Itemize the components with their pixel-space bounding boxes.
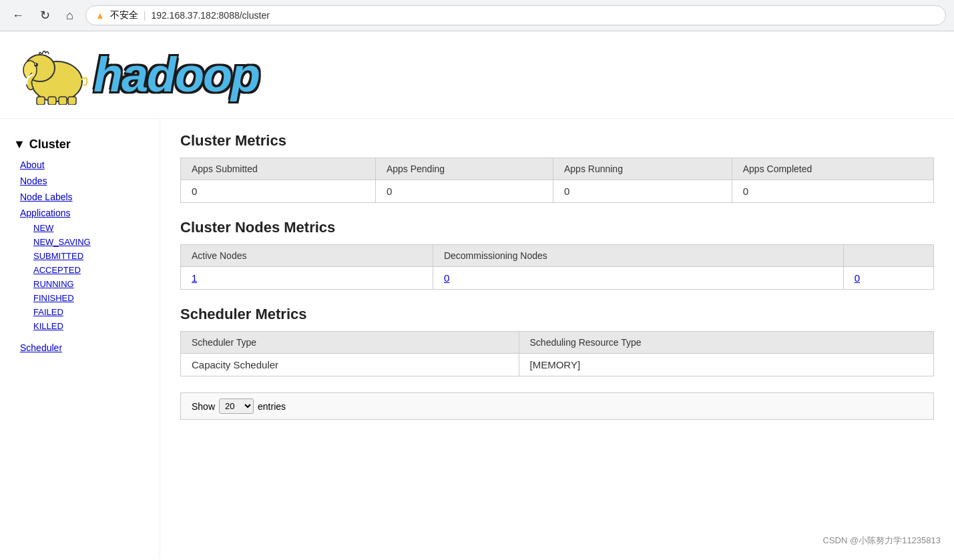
security-label: 不安全 xyxy=(110,9,138,21)
cluster-metrics-table: Apps Submitted Apps Pending Apps Running… xyxy=(180,158,934,203)
cluster-nodes-row: 1 0 0 xyxy=(181,267,934,290)
scheduler-section: Scheduler xyxy=(0,340,160,356)
col-apps-submitted: Apps Submitted xyxy=(181,158,376,180)
svg-point-3 xyxy=(34,63,38,67)
col-active-nodes: Active Nodes xyxy=(181,245,433,267)
show-entries-bar: Show 10 20 50 100 entries xyxy=(180,392,934,420)
svg-point-4 xyxy=(35,63,36,65)
cluster-label: Cluster xyxy=(29,137,71,152)
hadoop-logo-text: hadoop xyxy=(93,51,259,99)
scheduler-metrics-table: Scheduler Type Scheduling Resource Type … xyxy=(180,331,934,376)
scheduler-metrics-row: Capacity Scheduler [MEMORY] xyxy=(181,354,934,376)
elephant-image xyxy=(20,45,93,105)
entries-label: entries xyxy=(258,401,286,412)
sidebar: ▼ Cluster About Nodes Node Labels Applic… xyxy=(0,119,160,558)
address-bar[interactable]: ▲ 不安全 | 192.168.37.182:8088/cluster xyxy=(85,5,946,25)
val-extra-nodes: 0 xyxy=(843,267,933,290)
col-scheduling-resource-type: Scheduling Resource Type xyxy=(519,332,933,354)
svg-rect-6 xyxy=(48,97,56,105)
watermark: CSDN @小陈努力学11235813 xyxy=(823,535,941,547)
val-apps-submitted: 0 xyxy=(181,180,376,203)
sidebar-item-finished[interactable]: FINISHED xyxy=(0,291,160,305)
val-active-nodes: 1 xyxy=(181,267,433,290)
col-scheduler-type: Scheduler Type xyxy=(181,332,519,354)
security-warning-icon: ▲ xyxy=(95,10,105,21)
main-content: ▼ Cluster About Nodes Node Labels Applic… xyxy=(0,119,954,558)
svg-rect-8 xyxy=(68,97,76,105)
cluster-metrics-row: 0 0 0 0 xyxy=(181,180,934,203)
col-apps-running: Apps Running xyxy=(553,158,732,180)
scheduler-metrics-title: Scheduler Metrics xyxy=(180,306,934,323)
back-button[interactable]: ← xyxy=(8,6,28,25)
col-apps-pending: Apps Pending xyxy=(375,158,553,180)
url-text: 192.168.37.182:8088/cluster xyxy=(151,10,269,21)
browser-chrome: ← ↻ ⌂ ▲ 不安全 | 192.168.37.182:8088/cluste… xyxy=(0,0,954,31)
val-scheduler-type: Capacity Scheduler xyxy=(181,354,519,376)
sidebar-item-nodes[interactable]: Nodes xyxy=(0,173,160,189)
sidebar-item-new[interactable]: NEW xyxy=(0,221,160,235)
site-header: hadoop xyxy=(0,31,954,119)
decommissioning-nodes-link[interactable]: 0 xyxy=(444,272,449,284)
sidebar-item-running[interactable]: RUNNING xyxy=(0,277,160,291)
cluster-nodes-metrics-table: Active Nodes Decommissioning Nodes 1 0 0 xyxy=(180,244,934,290)
val-apps-running: 0 xyxy=(553,180,732,203)
sidebar-item-accepted[interactable]: ACCEPTED xyxy=(0,263,160,277)
cluster-arrow-icon: ▼ xyxy=(13,137,25,152)
cluster-metrics-title: Cluster Metrics xyxy=(180,132,934,150)
page-wrapper: hadoop ▼ Cluster About Nodes Node Labels… xyxy=(0,31,954,558)
extra-nodes-link[interactable]: 0 xyxy=(855,272,860,284)
val-apps-completed: 0 xyxy=(732,180,933,203)
content-area: Cluster Metrics Apps Submitted Apps Pend… xyxy=(160,119,954,558)
sidebar-item-new-saving[interactable]: NEW_SAVING xyxy=(0,235,160,249)
sidebar-item-applications[interactable]: Applications xyxy=(0,205,160,221)
col-decommissioning-nodes: Decommissioning Nodes xyxy=(433,245,843,267)
entries-select[interactable]: 10 20 50 100 xyxy=(219,398,254,414)
refresh-button[interactable]: ↻ xyxy=(36,5,54,25)
hadoop-logo: hadoop xyxy=(20,45,934,105)
sidebar-item-failed[interactable]: FAILED xyxy=(0,305,160,319)
cluster-section-title: ▼ Cluster xyxy=(0,132,160,157)
val-scheduling-resource-type: [MEMORY] xyxy=(519,354,933,376)
separator: | xyxy=(144,10,146,21)
sidebar-item-about[interactable]: About xyxy=(0,157,160,173)
svg-rect-7 xyxy=(59,97,67,105)
cluster-section: ▼ Cluster About Nodes Node Labels Applic… xyxy=(0,132,160,333)
sidebar-item-node-labels[interactable]: Node Labels xyxy=(0,189,160,205)
col-apps-completed: Apps Completed xyxy=(732,158,933,180)
active-nodes-link[interactable]: 1 xyxy=(192,272,197,284)
svg-rect-5 xyxy=(37,97,45,105)
cluster-nodes-metrics-title: Cluster Nodes Metrics xyxy=(180,219,934,236)
sidebar-item-killed[interactable]: KILLED xyxy=(0,319,160,333)
val-decommissioning-nodes: 0 xyxy=(433,267,843,290)
sidebar-item-scheduler[interactable]: Scheduler xyxy=(0,340,160,356)
home-button[interactable]: ⌂ xyxy=(62,6,77,25)
col-extra-nodes xyxy=(843,245,933,267)
sidebar-item-submitted[interactable]: SUBMITTED xyxy=(0,249,160,263)
val-apps-pending: 0 xyxy=(375,180,553,203)
show-label: Show xyxy=(192,401,215,412)
